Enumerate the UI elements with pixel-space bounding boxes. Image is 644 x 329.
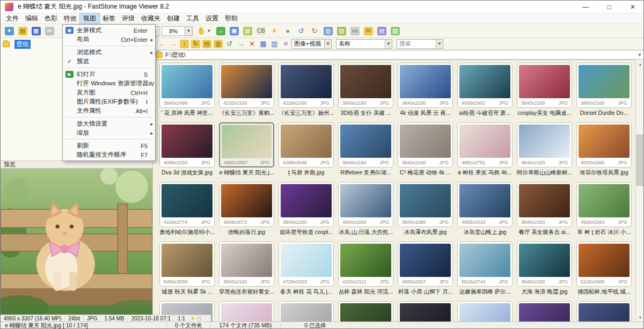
menu-item-文件属性[interactable]: 文件属性Alt+I xyxy=(63,106,155,115)
thumbnail-card[interactable]: 4232x2160JPG xyxy=(219,63,274,108)
edit-image-icon[interactable]: ▧ xyxy=(241,25,254,37)
forward-icon[interactable]: → xyxy=(167,39,179,49)
menubar-item-帮助[interactable]: 帮助 xyxy=(222,13,241,24)
scanner-icon[interactable]: ▭ xyxy=(348,25,361,37)
menubar-item-编辑[interactable]: 编辑 xyxy=(22,13,41,24)
detail-view-icon[interactable]: ▥ xyxy=(269,39,280,49)
thumbnail-card[interactable]: 3840x2160JPG xyxy=(338,122,393,167)
thumbnail-card[interactable]: 3840x2160JPG xyxy=(517,182,572,227)
thumbnail-card[interactable]: 3840x2160JPG xyxy=(517,63,572,108)
adjust-colors-icon[interactable]: ☀ xyxy=(268,25,281,37)
thumbnail-card[interactable]: 5120x2880JPG xyxy=(576,242,632,287)
thumbnail-card[interactable]: 4229x2160JPG xyxy=(279,63,334,108)
zoom-level-field[interactable]: 8% xyxy=(162,26,185,36)
notes-icon[interactable]: ▧ xyxy=(389,25,401,37)
acquire-photo-icon[interactable]: ✦ xyxy=(3,25,16,37)
menubar-item-创建[interactable]: 创建 xyxy=(164,13,183,24)
thumbnail-card[interactable]: 4608x3072JPG xyxy=(219,182,274,227)
thumbnail-card[interactable]: 4169x2774JPG xyxy=(159,182,215,227)
thumbnail-card[interactable]: 3840x2160JPG xyxy=(219,242,274,287)
menubar-item-色彩[interactable]: 色彩 xyxy=(41,13,61,24)
thumbnail-card[interactable] xyxy=(398,301,453,321)
back-icon[interactable]: ← xyxy=(156,39,167,49)
menubar-item-设置[interactable]: 设置 xyxy=(202,13,222,24)
thumbnail-card[interactable] xyxy=(517,301,572,321)
email-icon[interactable]: ✉ xyxy=(362,25,375,37)
thumbnail-card[interactable]: 3840x2160JPG xyxy=(576,63,632,108)
thumbnail-card[interactable]: 4965x3310JPG xyxy=(457,182,513,227)
search-dropdown-caret[interactable]: ▼ xyxy=(436,39,443,49)
rotate-right-icon[interactable]: ↻ xyxy=(308,25,321,37)
thumbnail-card[interactable] xyxy=(576,301,632,321)
refresh-list-icon[interactable]: ↺ xyxy=(224,39,235,49)
menubar-item-收藏夹[interactable]: 收藏夹 xyxy=(138,13,164,24)
maximize-button[interactable]: □ xyxy=(597,1,621,13)
import-folder-icon[interactable]: ▤ xyxy=(16,25,29,37)
menubar-item-特效[interactable]: 特效 xyxy=(61,13,80,24)
favorites-folder-icon[interactable]: ▤ xyxy=(201,39,213,49)
menu-item-打开 Windows 资源管理器[interactable]: 打开 Windows 资源管理器W xyxy=(63,79,155,88)
fit-window-status-icon[interactable]: □ xyxy=(197,316,201,321)
zoom-dropdown-button[interactable]: ▼ xyxy=(185,26,193,36)
thumbnail-card[interactable]: 4928x3264JPG xyxy=(576,182,632,227)
thumbnail-card[interactable]: 3840x2458JPG xyxy=(159,63,215,108)
thumbnail-card[interactable]: 4000x2666JPG xyxy=(576,122,632,167)
thumbnail-view-icon[interactable]: ▦ xyxy=(258,39,269,49)
menu-item-刷新[interactable]: 刷新F5 xyxy=(63,141,155,150)
thumbnail-card[interactable]: 4729x3153JPG xyxy=(279,242,334,287)
compare-images-icon[interactable]: ▥ xyxy=(321,25,334,37)
menu-item-布局[interactable]: 布局Ctrl+Enter▸ xyxy=(63,35,155,44)
menu-item-图片属性(EXIF参数等)[interactable]: 图片属性(EXIF参数等)I xyxy=(63,97,155,106)
thumbnail-card[interactable]: 3840x1080JPG xyxy=(398,182,453,227)
thumbnail-card[interactable]: 4200x2312JPG xyxy=(338,242,393,287)
resize-icon[interactable]: ↔ xyxy=(214,25,227,37)
thumbnail-card[interactable]: 4288x2848JPG xyxy=(279,122,334,167)
thumbnail-card[interactable]: 3840x2160JPG xyxy=(517,242,572,287)
thumbnail-card[interactable]: 3840x2160JPG xyxy=(398,63,453,108)
search-input[interactable]: 搜索 xyxy=(397,39,436,49)
thumbnail-card[interactable]: 4891x2751JPG xyxy=(457,122,513,167)
up-folder-icon[interactable]: ↑ xyxy=(179,39,190,49)
scroll-down-button[interactable]: ▼ xyxy=(636,313,644,321)
pan-hand-dropdown[interactable]: ▼ xyxy=(207,28,211,33)
scrollbar-thumb[interactable] xyxy=(636,135,644,186)
menubar-item-视图[interactable]: 视图 xyxy=(80,13,99,24)
thumbnail-card[interactable] xyxy=(279,301,334,321)
menu-item-全屏模式[interactable]: ▣全屏模式Enter xyxy=(63,26,155,35)
thumbnail-card[interactable] xyxy=(457,301,513,321)
copy-folder-icon[interactable]: ▥ xyxy=(213,39,224,49)
menu-item-放大镜设置[interactable]: 放大镜设置▸ xyxy=(63,119,155,128)
adjust-colors-status-icon[interactable]: ☀ xyxy=(191,316,195,321)
refresh-folder-icon[interactable]: ↻ xyxy=(190,39,201,49)
address-bar[interactable]: F:\壁纸\ ▼ xyxy=(153,50,644,60)
filter-combo[interactable]: 图像+视频 xyxy=(291,39,325,49)
minimize-button[interactable]: — xyxy=(574,1,597,13)
thumbnail-card[interactable] xyxy=(219,301,274,321)
thumbnail-card-selected[interactable]: 4960x3307JPG xyxy=(219,122,274,167)
menubar-item-工具[interactable]: 工具 xyxy=(183,13,202,24)
thumbnail-card[interactable]: 3840x2160JPG xyxy=(398,122,453,167)
email-image-icon[interactable]: ✉ xyxy=(43,25,56,37)
thumbnail-card[interactable]: 4000x2250JPG xyxy=(338,182,393,227)
thumbnail-card[interactable]: 3840x2160JPG xyxy=(517,122,572,167)
thumbnail-card[interactable]: 4096x2160JPG xyxy=(159,122,215,167)
save-as-icon[interactable]: ▦ xyxy=(30,25,42,37)
menu-item-随机重排文件顺序[interactable]: 随机重排文件顺序F7 xyxy=(63,150,155,159)
delete-icon[interactable]: ✕ xyxy=(246,39,258,49)
menu-item-直方图[interactable]: 直方图Ctrl+H xyxy=(63,88,155,97)
menu-item-预览[interactable]: ✓预览 xyxy=(63,57,155,66)
thumbnail-card[interactable]: 3840x2160JPG xyxy=(338,63,393,108)
move-to-icon[interactable]: → xyxy=(235,39,246,49)
list-view-icon[interactable]: ≡ xyxy=(280,39,291,49)
menu-item-幻灯片[interactable]: ▶幻灯片S xyxy=(63,70,155,79)
thumbnail-card[interactable]: 3840x2160JPG xyxy=(279,182,334,227)
close-button[interactable]: ✕ xyxy=(621,1,644,13)
thumbnail-card[interactable]: 5456x3069JPG xyxy=(159,242,215,287)
copy-image-icon[interactable]: ▣ xyxy=(228,25,240,37)
thumbnail-card[interactable] xyxy=(338,301,393,321)
thumbnail-card[interactable]: 4000x2402JPG xyxy=(457,63,513,108)
thumbnail-card[interactable]: 5616x3744JPG xyxy=(457,242,513,287)
menubar-item-评级[interactable]: 评级 xyxy=(119,13,138,24)
red-eye-icon[interactable]: ● xyxy=(281,25,294,37)
sort-combo[interactable]: 名称 xyxy=(336,39,385,49)
